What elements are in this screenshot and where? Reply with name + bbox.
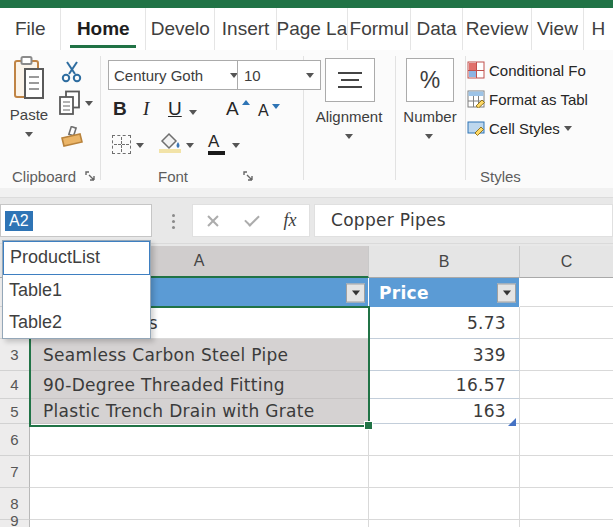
row-header-9[interactable]: 9 [0,520,30,527]
chevron-down-icon [306,73,314,78]
grow-font-button[interactable]: A [226,98,239,120]
tab-developer[interactable]: Develo [146,8,215,50]
font-color-button[interactable]: A [208,132,219,152]
percent-icon: % [420,67,440,94]
cell-A9[interactable] [30,520,369,527]
cell-B2[interactable]: 5.73 [369,307,520,339]
cancel-icon[interactable] [206,214,220,228]
cut-button[interactable] [60,60,84,88]
row-header-3[interactable]: 3 [0,339,30,371]
font-color-chevron-icon[interactable] [232,143,240,148]
tab-view[interactable]: View [532,8,584,50]
font-dialog-launcher-icon[interactable] [242,170,254,182]
align-lines-icon [337,72,363,88]
fill-color-button[interactable] [158,132,182,154]
format-painter-button[interactable] [58,126,86,156]
tab-review[interactable]: Review [463,8,532,50]
formula-bar-row: A2 fx Copper Pipes [0,198,613,244]
shrink-font-button[interactable]: A [258,102,269,120]
row-header-6[interactable]: 6 [0,424,30,456]
cell-B9[interactable] [369,520,520,527]
cell-B7[interactable] [369,456,520,488]
paste-button[interactable]: Paste [6,56,52,141]
tab-formulas[interactable]: Formul [348,8,411,50]
tab-home[interactable]: Home [61,8,146,50]
alignment-button[interactable] [325,58,375,102]
fill-handle[interactable] [364,421,373,430]
cell-B5[interactable]: 163 [369,399,520,424]
row-header-4[interactable]: 4 [0,371,30,399]
cell-styles-button[interactable]: Cell Styles [467,116,572,140]
cell-B1[interactable]: Price [369,278,520,307]
tab-page-layout[interactable]: Page La [277,8,348,50]
bold-button[interactable]: B [113,98,127,120]
cell-C6[interactable] [520,424,613,456]
clipboard-dialog-launcher-icon[interactable] [84,170,96,182]
formula-bar-input[interactable]: Copper Pipes [314,204,613,237]
cell-C3[interactable] [520,339,613,371]
paint-bucket-icon [158,132,182,150]
row-header-5[interactable]: 5 [0,399,30,424]
tab-data[interactable]: Data [411,8,463,50]
cell-C8[interactable] [520,488,613,520]
column-header-C[interactable]: C [520,246,613,278]
clipboard-icon [12,56,46,102]
formula-buttons: fx [192,204,310,237]
drag-handle-dots-icon[interactable] [172,214,175,217]
name-dropdown-item-table1[interactable]: Table1 [3,275,150,307]
name-dropdown-item-productlist[interactable]: ProductList [3,241,150,275]
fill-color-chevron-icon[interactable] [186,143,194,148]
cell-C7[interactable] [520,456,613,488]
font-size-combobox[interactable]: 10 [237,60,321,90]
tab-insert[interactable]: Insert [215,8,276,50]
number-chevron-icon[interactable] [425,134,433,139]
cell-A4[interactable]: 90-Degree Threaded Fitting [30,371,369,399]
table-resize-corner-icon[interactable] [508,418,516,426]
alignment-chevron-icon[interactable] [345,134,353,139]
excel-window: File Home Develo Insert Page La Formul D… [0,0,613,527]
chevron-down-icon [85,101,93,106]
cell-C5[interactable] [520,399,613,424]
table-row: 7 [0,456,613,488]
borders-chevron-icon[interactable] [136,143,144,148]
conditional-formatting-button[interactable]: Conditional Fo [467,58,586,82]
cell-C2[interactable] [520,307,613,339]
borders-icon[interactable] [112,135,131,154]
format-as-table-button[interactable]: Format as Tabl [467,87,588,111]
row-header-7[interactable]: 7 [0,456,30,488]
name-box-value: A2 [5,211,33,231]
cell-B8[interactable] [369,488,520,520]
number-format-button[interactable]: % [406,58,454,102]
scissors-icon [60,60,84,84]
filter-button[interactable] [346,283,365,302]
paste-label: Paste [6,106,52,123]
cell-B4[interactable]: 16.57 [369,371,520,399]
font-family-combobox[interactable]: Century Goth [108,60,244,90]
cell-C9[interactable] [520,520,613,527]
cell-A6[interactable] [30,424,369,456]
cell-A5[interactable]: Plastic Trench Drain with Grate [30,399,369,424]
tab-help[interactable]: H [584,8,613,50]
cell-B6[interactable] [369,424,520,456]
name-dropdown-item-table2[interactable]: Table2 [3,306,150,338]
cell-A3[interactable]: Seamless Carbon Steel Pipe [30,339,369,371]
font-family-value: Century Goth [114,67,203,84]
copy-icon [58,90,81,116]
copy-button[interactable] [58,90,93,116]
cell-A8[interactable] [30,488,369,520]
cell-B3[interactable]: 339 [369,339,520,371]
underline-chevron-icon[interactable] [189,110,197,115]
underline-button[interactable]: U [168,98,182,120]
italic-button[interactable]: I [143,98,149,120]
filter-button[interactable] [497,283,516,302]
group-separator [465,56,466,180]
cell-styles-icon [467,120,485,136]
enter-check-icon[interactable] [244,211,260,227]
cell-C4[interactable] [520,371,613,399]
column-header-B[interactable]: B [369,246,520,278]
tab-file[interactable]: File [0,8,61,50]
cell-A7[interactable] [30,456,369,488]
insert-function-button[interactable]: fx [284,210,297,231]
cell-C1[interactable] [520,278,613,307]
name-box[interactable]: A2 [0,204,152,237]
